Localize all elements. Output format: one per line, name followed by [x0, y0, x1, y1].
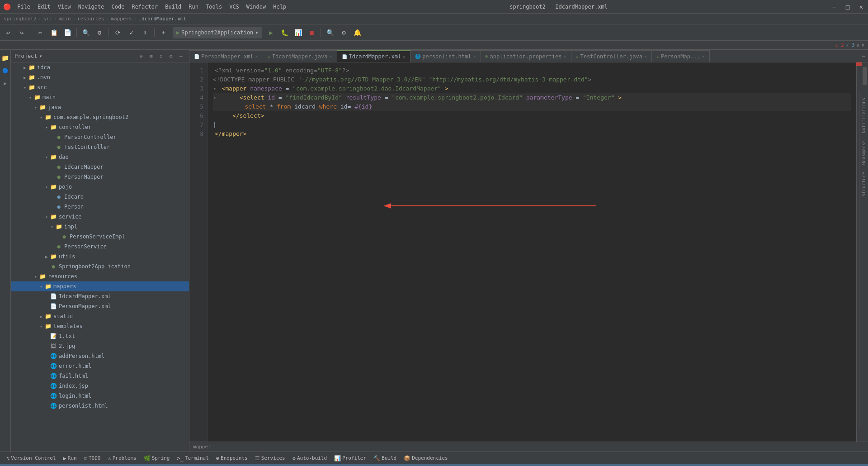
tab-TestController-java[interactable]: ☕ TestController.java ✕ [571, 50, 652, 62]
tab-close[interactable]: ✕ [702, 54, 705, 59]
auto-build-tool[interactable]: ⚙ Auto-build [290, 454, 330, 462]
fold-icon[interactable]: ▾ [213, 94, 217, 101]
tab-IdcardMapper-java[interactable]: ☕ IdcardMapper.java ✕ [263, 50, 337, 62]
tab-close[interactable]: ✕ [473, 54, 476, 59]
tree-item-PersonMapper.xml[interactable]: 📄PersonMapper.xml [11, 301, 189, 311]
breadcrumb-file[interactable]: IdcardMapper.xml [138, 16, 186, 22]
toolbar-run[interactable]: ▶ [264, 26, 277, 39]
tree-item-idca[interactable]: ▶📁idca [11, 62, 189, 72]
toolbar-settings[interactable]: ⚙ [93, 26, 106, 39]
scrollbar-thumb[interactable] [863, 67, 867, 85]
toolbar-add-config[interactable]: + [157, 26, 170, 39]
tab-close[interactable]: ✕ [644, 54, 647, 59]
tree-item-login.html[interactable]: 🌐login.html [11, 391, 189, 401]
tabs-more-button[interactable]: ⋯ [859, 50, 868, 62]
tree-item-Person[interactable]: ●Person [11, 202, 189, 212]
build-tool[interactable]: 🔨 Build [371, 454, 399, 462]
menu-code[interactable]: Code [108, 0, 128, 14]
toolbar-stop[interactable]: ⏹ [305, 26, 318, 39]
tree-item-utils[interactable]: ▶📁utils [11, 252, 189, 262]
close-button[interactable]: ✕ [854, 0, 868, 14]
todo-tool[interactable]: ☑ TODO [81, 454, 104, 462]
dependencies-tool[interactable]: 📦 Dependencies [401, 454, 450, 462]
tree-item-mvn[interactable]: ▶📁.mvn [11, 72, 189, 82]
tab-close[interactable]: ✕ [255, 54, 258, 59]
toolbar-debug[interactable]: 🐛 [278, 26, 291, 39]
menu-file[interactable]: File [14, 0, 34, 14]
tree-item-dao[interactable]: ▾📁dao [11, 152, 189, 162]
toolbar-vcs-commit[interactable]: ✓ [125, 26, 138, 39]
menu-edit[interactable]: Edit [34, 0, 54, 14]
menu-build[interactable]: Build [161, 0, 185, 14]
breadcrumb-resources[interactable]: resources [77, 16, 104, 22]
menu-help[interactable]: Help [269, 0, 290, 14]
tree-item-IdcardMapper.xml[interactable]: 📄IdcardMapper.xml [11, 291, 189, 301]
tree-item-controller[interactable]: ▾📁controller [11, 122, 189, 132]
tab-close[interactable]: ✕ [329, 54, 332, 59]
tree-item-src[interactable]: ▾📁src [11, 82, 189, 92]
commit-icon[interactable]: 🔵 [0, 65, 11, 76]
tree-item-PersonMapper[interactable]: ●PersonMapper [11, 172, 189, 182]
terminal-tool[interactable]: >_ Terminal [174, 454, 211, 462]
toolbar-vcs-update[interactable]: ⟳ [112, 26, 124, 39]
tree-item-index.jsp[interactable]: 🌐index.jsp [11, 381, 189, 391]
tree-item-PersonService[interactable]: ●PersonService [11, 242, 189, 252]
notifications-panel-button[interactable]: Notifications [860, 94, 867, 137]
tab-close[interactable]: ✕ [564, 54, 566, 59]
breadcrumb-mappers[interactable]: mappers [111, 16, 132, 22]
menu-refactor[interactable]: Refactor [128, 0, 161, 14]
tree-item-fail.html[interactable]: 🌐fail.html [11, 371, 189, 381]
sort-button[interactable]: ↕ [156, 52, 165, 61]
toolbar-paste[interactable]: 📄 [61, 26, 74, 39]
run-configuration[interactable]: ▶ Springboot2Application ▾ [173, 27, 262, 38]
version-control-tool[interactable]: ⌥ Version Control [4, 454, 59, 462]
tree-item-impl[interactable]: ▾📁impl [11, 222, 189, 232]
services-tool[interactable]: ☰ Services [252, 454, 288, 462]
tree-item-IdcardMapper[interactable]: ●IdcardMapper [11, 162, 189, 172]
fold-icon[interactable]: ▾ [213, 85, 217, 92]
toolbar-copy[interactable]: 📋 [47, 26, 60, 39]
endpoints-tool[interactable]: ⊕ Endpoints [213, 454, 250, 462]
toolbar-search-everywhere[interactable]: 🔍 [324, 26, 336, 39]
run-icon[interactable]: ▶ [0, 78, 11, 89]
menu-vcs[interactable]: VCS [226, 0, 243, 14]
breadcrumb-springboot2[interactable]: springboot2 [4, 16, 37, 22]
tree-item-2.jpg[interactable]: 🖼2.jpg [11, 341, 189, 351]
toolbar-cut[interactable]: ✂ [34, 26, 47, 39]
toolbar-find[interactable]: 🔍 [80, 26, 92, 39]
tab-PersonMap[interactable]: ☕ PersonMap... ✕ [652, 50, 710, 62]
tree-item-error.html[interactable]: 🌐error.html [11, 361, 189, 371]
menu-tools[interactable]: Tools [202, 0, 226, 14]
run-tool[interactable]: ▶ Run [61, 454, 80, 462]
project-icon[interactable]: 📁 [0, 52, 11, 63]
problems-tool[interactable]: ⚠ Problems [105, 454, 139, 462]
maximize-button[interactable]: □ [841, 0, 854, 14]
spring-tool[interactable]: 🌿 Spring [141, 454, 173, 462]
menu-view[interactable]: View [54, 0, 75, 14]
tree-item-personlist.html[interactable]: 🌐personlist.html [11, 401, 189, 411]
collapse-all-button[interactable]: ≡ [146, 52, 156, 61]
structure-panel-button[interactable]: Structure [860, 168, 867, 200]
tree-item-addPerson.html[interactable]: 🌐addPerson.html [11, 351, 189, 361]
tab-IdcardMapper-xml[interactable]: 📄 IdcardMapper.xml ✕ [337, 50, 411, 62]
tree-item-resources[interactable]: ▾📁resources [11, 271, 189, 281]
expand-warnings[interactable]: ∧ [857, 42, 860, 48]
tree-item-PersonController[interactable]: ●PersonController [11, 132, 189, 142]
minimize-panel-button[interactable]: − [176, 52, 185, 61]
tab-close[interactable]: ✕ [403, 54, 406, 59]
settings-button[interactable]: ⚙ [166, 52, 175, 61]
breadcrumb-src[interactable]: src [43, 16, 52, 22]
menu-run[interactable]: Run [185, 0, 202, 14]
menu-window[interactable]: Window [243, 0, 269, 14]
toolbar-vcs-push[interactable]: ⬆ [139, 26, 151, 39]
toolbar-notifications[interactable]: 🔔 [351, 26, 363, 39]
tree-item-com.example.springboot2[interactable]: ▾📁com.example.springboot2 [11, 112, 189, 122]
tab-personlist-html[interactable]: 🌐 personlist.html ✕ [410, 50, 481, 62]
tree-item-templates[interactable]: ▾📁templates [11, 321, 189, 331]
toolbar-settings-2[interactable]: ⚙ [337, 26, 350, 39]
tab-application-properties[interactable]: ⚙ application.properties ✕ [481, 50, 571, 62]
tree-item-main[interactable]: ▾📁main [11, 92, 189, 102]
profiler-tool[interactable]: 📊 Profiler [331, 454, 369, 462]
tree-item-mappers[interactable]: ▾📁mappers [11, 281, 189, 291]
project-dropdown[interactable]: ▾ [39, 53, 42, 59]
